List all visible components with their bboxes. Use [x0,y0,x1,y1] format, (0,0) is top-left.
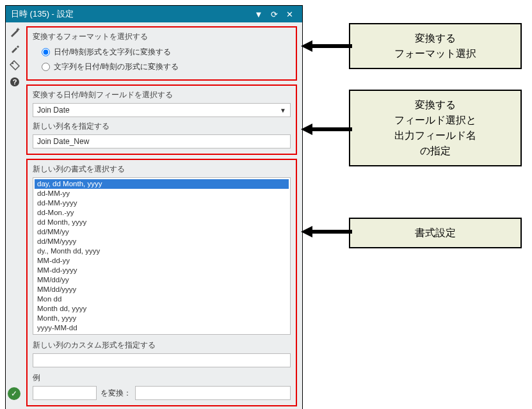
format-option[interactable]: MM-dd-yyyy [35,266,289,275]
custom-format-label: 新しい列のカスタム形式を指定する [33,340,291,351]
svg-text:?: ? [13,78,17,86]
format-direction-section: 変換するフォーマットを選択する 日付/時刻形式を文字列に変換する 文字列を日付/… [26,26,297,81]
field-dropdown[interactable]: Join Date ▼ [33,103,291,117]
radio-string-to-datetime-label: 文字列を日付/時刻の形式に変換する [54,61,179,72]
format-option[interactable]: day, dd Month, yyyy [35,179,289,189]
format-option[interactable]: dd/MM/yyyy [35,237,289,246]
callout-field: 変換する フィールド選択と 出力フィールド名 の指定 [349,90,522,166]
format-direction-label: 変換するフォーマットを選択する [33,31,291,42]
radio-datetime-to-string-input[interactable] [42,48,50,56]
format-option[interactable]: Month dd, yyyy [35,304,289,314]
format-option[interactable]: yyyyMMdd [35,333,289,335]
refresh-icon[interactable]: ⟳ [266,10,282,19]
radio-datetime-to-string-label: 日付/時刻形式を文字列に変換する [54,47,171,58]
minimize-icon[interactable]: ▼ [251,10,266,19]
window-title: 日時 (135) - 設定 [11,8,251,20]
format-listbox[interactable]: day, dd Month, yyyydd-MM-yydd-MM-yyyydd-… [33,177,291,335]
format-option[interactable]: dy., Month dd, yyyy [35,246,289,256]
format-option[interactable]: dd-Mon.-yy [35,208,289,218]
wand-icon[interactable] [9,26,20,38]
format-option[interactable]: MM/dd/yyyy [35,285,289,294]
radio-string-to-datetime-input[interactable] [42,63,50,71]
field-dropdown-value: Join Date [37,106,70,115]
arrow-3 [301,224,352,243]
settings-window: 日時 (135) - 設定 ▼ ⟳ ✕ ? 変換するフォーマットを選択する [5,5,303,409]
format-option[interactable]: dd-MM-yyyy [35,198,289,208]
tag-icon[interactable] [9,60,20,71]
format-option[interactable]: MM/dd/yy [35,275,289,285]
format-option[interactable]: Mon dd [35,294,289,304]
example-input[interactable] [33,386,97,400]
radio-datetime-to-string[interactable]: 日付/時刻形式を文字列に変換する [33,45,291,60]
example-label: 例 [33,373,291,383]
apply-check-icon[interactable]: ✓ [8,387,20,400]
example-mid-label: を変換： [101,388,131,399]
svg-marker-4 [301,124,352,135]
custom-format-input[interactable] [33,353,291,367]
help-icon[interactable]: ? [9,76,20,88]
field-select-label: 変換する日付/時刻フィールドを選択する [33,90,291,100]
format-option[interactable]: dd Month, yyyy [35,218,289,227]
format-option[interactable]: dd/MM/yy [35,227,289,237]
newcol-input[interactable] [33,134,291,148]
svg-marker-5 [301,226,352,237]
arrow-1 [301,38,352,58]
callout-format-setting: 書式設定 [349,218,522,248]
example-output[interactable] [135,386,291,400]
callout-format: 変換する フォーマット選択 [349,23,522,69]
format-option[interactable]: dd-MM-yy [35,189,289,198]
chevron-down-icon: ▼ [280,107,286,114]
arrow-2 [301,122,352,141]
close-icon[interactable]: ✕ [282,10,297,19]
svg-point-0 [12,63,13,64]
format-option[interactable]: Month, yyyy [35,314,289,323]
svg-marker-3 [301,40,352,52]
brush-icon[interactable] [9,43,20,54]
newcol-label: 新しい列名を指定する [33,121,291,132]
format-option[interactable]: MM-dd-yy [35,256,289,266]
sidebar: ? [6,22,24,409]
field-select-section: 変換する日付/時刻フィールドを選択する Join Date ▼ 新しい列名を指定… [26,84,297,155]
format-list-label: 新しい列の書式を選択する [33,164,291,175]
format-option[interactable]: yyyy-MM-dd [35,323,289,333]
radio-string-to-datetime[interactable]: 文字列を日付/時刻の形式に変換する [33,60,291,74]
format-section: 新しい列の書式を選択する day, dd Month, yyyydd-MM-yy… [26,159,297,406]
example-row: を変換： [33,386,291,400]
titlebar: 日時 (135) - 設定 ▼ ⟳ ✕ [6,6,302,22]
